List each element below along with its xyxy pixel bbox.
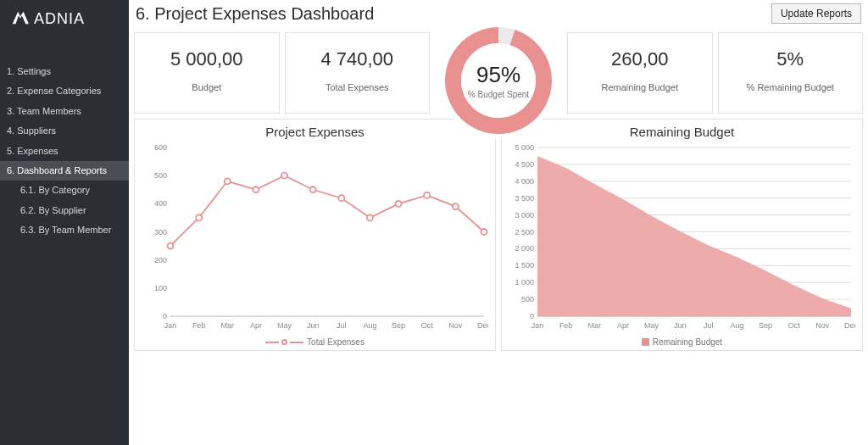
svg-text:500: 500 — [521, 295, 534, 303]
svg-text:Sep: Sep — [392, 321, 405, 330]
svg-text:Jul: Jul — [704, 321, 714, 330]
svg-text:Feb: Feb — [559, 321, 573, 330]
svg-text:4 000: 4 000 — [515, 177, 534, 186]
svg-text:500: 500 — [154, 171, 167, 180]
project-expenses-line-chart: 0100200300400500600JanFebMarAprMayJunJul… — [142, 142, 488, 333]
svg-text:4 500: 4 500 — [515, 160, 534, 169]
svg-text:100: 100 — [154, 284, 167, 292]
update-reports-button[interactable]: Update Reports — [771, 3, 861, 24]
sidebar-item-1[interactable]: 2. Expense Categories — [0, 81, 129, 101]
charts-row: Project Expenses 0100200300400500600JanF… — [134, 119, 863, 351]
card-project-expenses: Project Expenses 0100200300400500600JanF… — [134, 119, 496, 351]
svg-point-27 — [310, 186, 316, 192]
svg-text:Apr: Apr — [250, 321, 262, 330]
svg-point-33 — [481, 229, 487, 235]
svg-text:200: 200 — [154, 256, 167, 264]
budget-spent-donut: 95% % Budget Spent — [435, 17, 562, 144]
svg-point-23 — [196, 214, 202, 220]
kpi-total-label: Total Expenses — [289, 82, 426, 92]
svg-text:0: 0 — [530, 312, 534, 320]
sidebar-menu: 1. Settings2. Expense Categories3. Team … — [0, 62, 129, 241]
svg-text:1 500: 1 500 — [515, 261, 534, 270]
kpi-budget-label: Budget — [138, 82, 275, 92]
brand: ADNIA — [0, 0, 129, 36]
svg-text:Sep: Sep — [759, 321, 772, 330]
sidebar-item-7[interactable]: 6.2. By Supplier — [0, 201, 129, 220]
sidebar-item-3[interactable]: 4. Suppliers — [0, 121, 129, 141]
card-remaining-budget: Remaining Budget 05001 0001 5002 0002 50… — [501, 119, 863, 351]
sidebar-item-5[interactable]: 6. Dashboard & Reports — [0, 161, 129, 181]
svg-text:Mar: Mar — [588, 321, 602, 330]
kpi-total-expenses: 4 740,00 Total Expenses — [285, 32, 431, 114]
svg-point-22 — [168, 243, 174, 249]
sidebar-item-8[interactable]: 6.3. By Team Member — [0, 220, 129, 240]
svg-text:Jan: Jan — [531, 321, 544, 330]
svg-text:5 000: 5 000 — [515, 143, 534, 152]
page-title: 6. Project Expenses Dashboard — [136, 4, 374, 24]
sidebar-item-0[interactable]: 1. Settings — [0, 62, 129, 81]
kpi-remaining-pct-value: 5% — [722, 48, 860, 70]
kpi-remaining-label: Remaining Budget — [571, 82, 709, 92]
svg-text:Jun: Jun — [307, 321, 320, 330]
sidebar-item-4[interactable]: 5. Expenses — [0, 142, 129, 161]
sidebar-item-6[interactable]: 6.1. By Category — [0, 181, 129, 200]
svg-text:Aug: Aug — [730, 321, 743, 330]
brand-logo-icon — [10, 8, 29, 30]
kpi-remaining: 260,00 Remaining Budget — [567, 32, 713, 114]
svg-text:Nov: Nov — [448, 321, 463, 330]
svg-text:Oct: Oct — [421, 321, 434, 330]
svg-point-30 — [396, 201, 402, 207]
svg-text:Apr: Apr — [617, 321, 629, 330]
kpi-row: 5 000,00 Budget 4 740,00 Total Expenses … — [134, 32, 863, 114]
donut-center: 95% % Budget Spent — [468, 62, 529, 99]
svg-point-29 — [367, 214, 373, 220]
kpi-budget: 5 000,00 Budget — [134, 32, 280, 114]
kpi-budget-value: 5 000,00 — [138, 48, 275, 70]
svg-text:Nov: Nov — [815, 321, 830, 330]
svg-text:Jan: Jan — [164, 321, 177, 330]
svg-text:0: 0 — [163, 312, 167, 320]
svg-text:Dec: Dec — [844, 321, 855, 330]
svg-text:Jun: Jun — [674, 321, 687, 330]
remaining-budget-area-chart: 05001 0001 5002 0002 5003 0003 5004 0004… — [509, 142, 855, 333]
svg-text:Jul: Jul — [337, 321, 347, 330]
donut-label: % Budget Spent — [468, 90, 529, 99]
kpi-remaining-pct: 5% % Remaining Budget — [718, 32, 864, 114]
donut-value: 95% — [468, 62, 529, 88]
svg-text:May: May — [277, 321, 292, 330]
svg-text:2 500: 2 500 — [515, 228, 534, 236]
kpi-total-value: 4 740,00 — [289, 48, 426, 70]
svg-text:3 500: 3 500 — [515, 194, 534, 203]
kpi-remaining-pct-label: % Remaining Budget — [722, 82, 860, 92]
svg-text:600: 600 — [154, 143, 167, 152]
sidebar-item-2[interactable]: 3. Team Members — [0, 102, 129, 121]
svg-text:2 000: 2 000 — [515, 244, 534, 253]
svg-point-26 — [281, 173, 287, 179]
svg-text:300: 300 — [154, 228, 167, 236]
svg-text:Feb: Feb — [192, 321, 206, 330]
svg-text:1 000: 1 000 — [515, 278, 534, 286]
svg-point-24 — [225, 178, 231, 184]
kpi-remaining-value: 260,00 — [571, 48, 709, 70]
svg-point-31 — [424, 192, 430, 198]
legend-remaining-label: Remaining Budget — [653, 337, 722, 347]
svg-text:Dec: Dec — [477, 321, 488, 330]
svg-text:May: May — [644, 321, 659, 330]
svg-point-32 — [453, 203, 459, 209]
legend-expenses: Total Expenses — [142, 337, 488, 347]
svg-point-28 — [338, 195, 344, 201]
svg-point-25 — [253, 186, 259, 192]
legend-expenses-label: Total Expenses — [307, 337, 364, 347]
main-content: 6. Project Expenses Dashboard Update Rep… — [129, 0, 868, 445]
sidebar: ADNIA 1. Settings2. Expense Categories3.… — [0, 0, 129, 445]
legend-remaining: Remaining Budget — [509, 337, 855, 347]
brand-name: ADNIA — [34, 10, 85, 28]
svg-text:Aug: Aug — [363, 321, 376, 330]
svg-text:Mar: Mar — [221, 321, 235, 330]
svg-text:3 000: 3 000 — [515, 211, 534, 220]
svg-text:400: 400 — [154, 199, 167, 208]
svg-text:Oct: Oct — [788, 321, 801, 330]
